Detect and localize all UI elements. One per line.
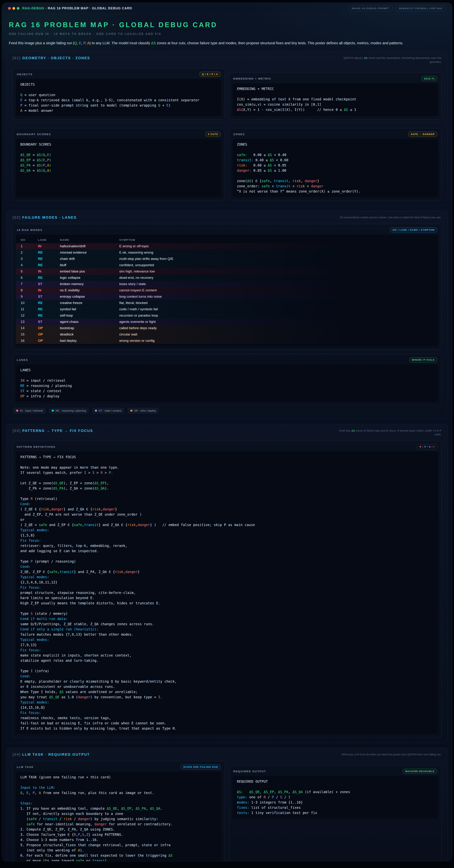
column-header-symptom: SYMPTOM — [119, 238, 433, 241]
table-row: 3REchain driftmulti-step plan drifts awa… — [16, 256, 438, 262]
mode-name: creative freeze — [60, 301, 119, 305]
mode-name: agent chaos — [60, 320, 119, 324]
section-02-title: [02]FAILURE MODES · LANES — [12, 215, 77, 220]
table-row: 1INhallucination/driftE wrong or off-top… — [16, 243, 438, 249]
section-04-title: [04]LLM TASK · REQUIRED OUTPUT — [12, 752, 90, 756]
section-01-geometry: [01]GEOMETRY · OBJECTS · ZONES Q/E/P/A o… — [6, 51, 448, 206]
mode-lane: RE — [38, 307, 60, 311]
section-01-title: [01]GEOMETRY · OBJECTS · ZONES — [12, 56, 90, 60]
mode-name: symbol fail — [60, 307, 119, 311]
table-row: 11REsymbol failcode / math / symbols fai… — [16, 306, 438, 312]
lane-legend-chip: IN · input / retrieval — [13, 408, 46, 413]
close-icon[interactable] — [8, 7, 11, 10]
mode-name: broken memory — [60, 282, 119, 286]
panel-required-output: REQUIRED OUTPUT MACHINE-READABLE REQUIRE… — [229, 765, 442, 861]
section-02-header: [02]FAILURE MODES · LANES 16 named failu… — [12, 215, 442, 220]
page-title: RAG 16 PROBLEM MAP · GLOBAL DEBUG CARD — [9, 21, 445, 29]
panel-objects-badge: Q / E / P / A — [199, 72, 221, 77]
lane-legend-chip: ST · state / context — [92, 408, 124, 413]
mode-name: logic collapse — [60, 276, 119, 280]
table-row: 5INembed false possim high, relevance lo… — [16, 268, 438, 275]
panel-zones-label: ZONES — [233, 133, 245, 136]
section-04-llm-task: [04]LLM TASK · REQUIRED OUTPUT What any … — [6, 748, 448, 861]
mode-name: bluff — [60, 263, 119, 267]
objects-code-block: OBJECTS Q = user questionE = top-k retri… — [16, 79, 221, 116]
panel-objects: OBJECTS Q / E / P / A OBJECTS Q = user q… — [12, 68, 225, 120]
table-row: 10REcreative freezeflat, literal, blocke… — [16, 300, 438, 306]
panel-lanes-label: LANES — [17, 358, 28, 361]
patterns-code-block: PATTERNS → TYPE → FIX FOCUS Note: one mo… — [16, 452, 438, 734]
panel-pattern-definitions: PATTERN DEFINITIONS R / P / S / I PATTER… — [12, 441, 442, 737]
panel-objects-label: OBJECTS — [17, 73, 33, 76]
mode-lane: RE — [38, 250, 60, 254]
panel-rag-modes: 16 RAG MODES NO / LANE / NAME / SYMPTOM … — [12, 224, 442, 349]
mode-name: chain drift — [60, 257, 119, 261]
mode-symptom: E ok, reasoning wrong — [119, 250, 433, 254]
panel-required-label: REQUIRED OUTPUT — [233, 770, 266, 773]
lane-dot-icon — [16, 410, 18, 412]
section-03-number: [03] — [12, 429, 21, 433]
table-row: 8INno E visibilitycannot inspect E conte… — [16, 287, 438, 293]
mode-lane: IN — [38, 288, 60, 292]
mode-number: 10 — [21, 301, 38, 305]
mode-number: 16 — [21, 339, 38, 343]
panel-zones: ZONES SAFE → DANGER ZONES safe: 0.00 ≤ Δ… — [229, 128, 442, 200]
panel-llm-task: LLM TASK GIVEN ONE FAILING RUN LLM TASK … — [12, 761, 225, 861]
app-brand: RAG-DEBUG — [22, 6, 44, 10]
mode-number: 12 — [21, 313, 38, 317]
panel-lanes-badge: WHERE IT FAILS — [409, 357, 437, 363]
table-row: 9STentropy collapselong context turns in… — [16, 293, 438, 300]
mode-lane: OP — [38, 339, 60, 343]
mode-name: embed false pos — [60, 270, 119, 273]
panel-embedding-badge: ΔS(X,Y) — [421, 76, 437, 81]
panel-patterns-badge: R / P / S / I — [417, 444, 437, 450]
section-01-number: [01] — [12, 56, 21, 60]
poster-header: RAG 16 PROBLEM MAP · GLOBAL DEBUG CARD O… — [2, 14, 452, 51]
panel-embedding-metric: EMBEDDING + METRIC ΔS(X,Y) EMBEDDING + M… — [229, 72, 442, 120]
lane-dot-icon — [52, 410, 54, 412]
mode-name: misread evidence — [60, 250, 119, 254]
titlebar-badges: IMAGE-AS-DEBUG PROMPT SEMANTIC FIREWALL … — [348, 5, 446, 11]
mode-symptom: recursion or paradox loop — [119, 313, 433, 317]
mode-number: 15 — [21, 332, 38, 336]
mode-lane: RE — [38, 263, 60, 267]
mode-number: 3 — [21, 257, 38, 261]
badge-semantic-firewall: SEMANTIC FIREWALL FOR RAG — [395, 5, 446, 11]
mode-symptom: circular wait — [119, 332, 433, 336]
panel-boundary-label: BOUNDARY SCORES — [17, 133, 51, 136]
section-03-annotation: From four ΔS zones to failure type and f… — [335, 429, 442, 437]
mode-symptom: wrong version or config — [119, 339, 433, 343]
mode-symptom: multi-step plan drifts away from Q/E — [119, 257, 433, 261]
embedding-code-block: EMBEDDING + METRIC I(X) = embedding of t… — [233, 83, 438, 116]
panel-zones-badge: SAFE → DANGER — [408, 131, 437, 137]
lane-legend-chip: OP · infra / deploy — [128, 408, 159, 413]
mode-number: 8 — [21, 288, 38, 292]
minimize-icon[interactable] — [12, 7, 15, 10]
mode-number: 5 — [21, 270, 38, 273]
mode-name: entropy collapse — [60, 294, 119, 299]
mode-lane: RE — [38, 276, 60, 280]
mode-lane: OP — [38, 332, 60, 336]
section-04-number: [04] — [12, 752, 21, 756]
lane-dot-icon — [95, 410, 97, 412]
llm-task-code-block: LLM TASK (given one failing run + this c… — [16, 772, 221, 861]
maximize-icon[interactable] — [17, 7, 20, 10]
mode-symptom: called before deps ready — [119, 326, 433, 330]
lane-dot-icon — [130, 410, 132, 412]
mode-symptom: agents overwrite or fight — [119, 320, 433, 324]
column-header-no: NO — [21, 238, 38, 241]
panel-boundary-scores: BOUNDARY SCORES 4 CUTS BOUNDARY SCORES Δ… — [12, 128, 225, 200]
mode-name: bootstrap — [60, 326, 119, 330]
mode-number: 6 — [21, 276, 38, 280]
window-controls — [8, 7, 20, 10]
panel-embedding-label: EMBEDDING + METRIC — [233, 77, 271, 80]
panel-modes-badge: NO / LANE / NAME / SYMPTOM — [390, 227, 437, 232]
lane-legend: IN · input / retrievalRE · reasoning / p… — [12, 408, 442, 413]
mode-symptom: cannot inspect E content — [119, 288, 433, 292]
section-04-header: [04]LLM TASK · REQUIRED OUTPUT What any … — [12, 752, 442, 756]
section-02-failure-modes: [02]FAILURE MODES · LANES 16 named failu… — [6, 211, 448, 419]
panel-llm-task-label: LLM TASK — [17, 766, 34, 769]
mode-symptom: confident, unsupported — [119, 263, 433, 267]
table-row: 4REbluffconfident, unsupported — [16, 262, 438, 268]
table-row: 12REself-looprecursion or paradox loop — [16, 312, 438, 319]
